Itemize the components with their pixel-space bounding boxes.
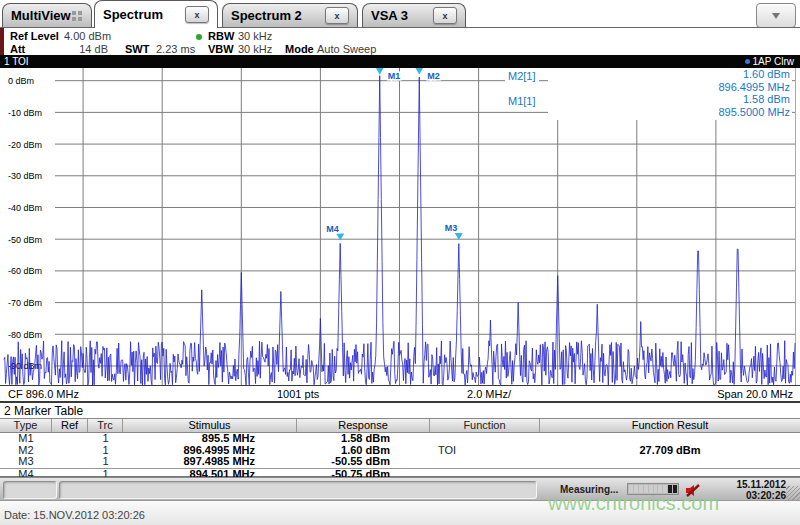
tab-spectrum[interactable]: Spectrum x [94, 0, 218, 28]
marker-table-title: 2 Marker Table [0, 403, 800, 418]
ref-level-label: Ref Level [10, 30, 59, 42]
y-axis-label: -70 dBm [8, 298, 42, 308]
marker-handle-m2[interactable] [415, 68, 423, 75]
m3-response: -50.55 dBm [297, 456, 430, 468]
y-axis-label: -50 dBm [8, 235, 42, 245]
m2-response: 1.60 dBm [297, 445, 430, 457]
tab-spectrum-close-icon[interactable]: x [185, 6, 209, 23]
m3-ref [52, 456, 88, 468]
att-label: Att [10, 43, 25, 55]
watermark-text: www.cntronics.com [548, 492, 719, 515]
marker-handle-m1[interactable] [376, 68, 384, 75]
tab-vsa-3[interactable]: VSA 3 x [362, 3, 466, 27]
marker-readout-m1-name: M1[1] [505, 95, 539, 107]
m2-function: TOI [430, 445, 540, 457]
marker-readout-m1-value: 1.58 dBm [743, 93, 790, 105]
y-axis-label: 0 dBm [8, 76, 34, 86]
m3-function-result [540, 456, 800, 468]
marker-label-m2: M2 [427, 71, 440, 81]
sweep-points: 1001 pts [277, 388, 319, 400]
m2-function-result: 27.709 dBm [540, 445, 800, 457]
col-trc: Trc [88, 419, 123, 432]
rbw-status-icon [196, 34, 202, 40]
marker-table-row-m3: M3 1 897.4985 MHz -50.55 dBm [0, 456, 800, 468]
header-accent-bar [0, 28, 4, 55]
frequency-per-division: 2.0 MHz/ [467, 388, 511, 400]
marker-readout-m1-freq: 895.5000 MHz [718, 106, 790, 118]
col-stimulus: Stimulus [123, 419, 297, 432]
tab-vsa-3-close-icon[interactable]: x [433, 7, 457, 24]
marker-label-m1: M1 [388, 71, 401, 81]
swt-label: SWT [125, 43, 149, 55]
y-axis-label: -80 dBm [8, 330, 42, 340]
status-field-small [3, 481, 57, 499]
marker-readout-m2-name: M2[1] [505, 70, 539, 82]
measurement-title: 1 TOI [4, 56, 29, 67]
spectrum-plot: 0 dBm-10 dBm-20 dBm-30 dBm-40 dBm-50 dBm… [0, 68, 800, 385]
marker-readout-m2-freq: 896.4995 MHz [718, 81, 790, 93]
marker-readout-m2-value: 1.60 dBm [743, 68, 790, 80]
m3-function [430, 456, 540, 468]
tab-bar: MultiView Spectrum x Spectrum 2 x VSA 3 … [0, 0, 800, 28]
mode-label: Mode [285, 43, 314, 55]
col-function-result: Function Result [540, 419, 800, 432]
y-axis-label: -10 dBm [8, 108, 42, 118]
trace-mode-indicator: 1AP Clrw [745, 56, 795, 67]
tab-spectrum-2-close-icon[interactable]: x [325, 7, 349, 24]
rbw-label: RBW [208, 30, 234, 42]
att-value: 14 dB [60, 43, 108, 55]
y-axis-label: -20 dBm [8, 140, 42, 150]
marker-table-section: 2 Marker Table Type Ref Trc Stimulus Res… [0, 401, 800, 477]
tab-spectrum-label: Spectrum [103, 7, 163, 22]
tab-multiview-label: MultiView [11, 8, 71, 23]
span: Span 20.0 MHz [717, 388, 793, 400]
col-function: Function [430, 419, 540, 432]
m1-ref [52, 433, 88, 445]
status-date: 15.11.2012 [737, 479, 787, 490]
settings-header: Ref Level 4.00 dBm Att 14 dB SWT 2.23 ms… [0, 28, 800, 55]
tab-vsa-3-label: VSA 3 [371, 8, 408, 23]
spectrum-analyzer-screen: MultiView Spectrum x Spectrum 2 x VSA 3 … [0, 0, 800, 525]
tab-overflow-button[interactable] [756, 3, 796, 28]
chevron-down-icon [772, 13, 780, 19]
ref-level-value: 4.00 dBm [64, 30, 111, 42]
m2-type: M2 [0, 445, 52, 457]
col-response: Response [297, 419, 430, 432]
m3-stimulus: 897.4985 MHz [123, 456, 297, 468]
multiview-grid-icon [72, 10, 83, 21]
m3-type: M3 [0, 456, 52, 468]
tab-multiview[interactable]: MultiView [2, 3, 92, 27]
center-frequency: CF 896.0 MHz [8, 388, 79, 400]
trace-dot-icon [745, 59, 750, 64]
date-time-display: 15.11.2012 03:20:26 [737, 479, 787, 501]
mode-value: Auto Sweep [317, 43, 376, 55]
marker-label-m3: M3 [445, 223, 458, 233]
measurement-title-bar: 1 TOI 1AP Clrw [0, 55, 800, 68]
footer-date-line: Date: 15.NOV.2012 03:20:26 [4, 509, 145, 521]
m3-trc: 1 [88, 456, 123, 468]
rbw-value: 30 kHz [238, 30, 272, 42]
m2-stimulus: 896.4995 MHz [123, 445, 297, 457]
m2-trc: 1 [88, 445, 123, 457]
marker-label-m4: M4 [326, 224, 339, 234]
y-axis-label: -40 dBm [8, 203, 42, 213]
col-ref: Ref [52, 419, 88, 432]
marker-table-row-m1: M1 1 895.5 MHz 1.58 dBm [0, 433, 800, 445]
tab-spectrum-2[interactable]: Spectrum 2 x [222, 3, 358, 27]
frequency-axis-bar: CF 896.0 MHz 1001 pts 2.0 MHz/ Span 20.0… [0, 385, 800, 401]
vbw-label: VBW [208, 43, 234, 55]
vbw-value: 30 kHz [238, 43, 272, 55]
m1-function [430, 433, 540, 445]
y-axis-label: -60 dBm [8, 266, 42, 276]
m1-trc: 1 [88, 433, 123, 445]
m1-type: M1 [0, 433, 52, 445]
trace-mode-label: 1AP Clrw [753, 56, 795, 67]
swt-value: 2.23 ms [156, 43, 195, 55]
col-type: Type [0, 419, 52, 432]
status-time: 03:20:26 [737, 490, 787, 501]
marker-table-row-m2: M2 1 896.4995 MHz 1.60 dBm TOI 27.709 dB… [0, 445, 800, 457]
m1-stimulus: 895.5 MHz [123, 433, 297, 445]
resize-grip[interactable] [786, 486, 800, 500]
marker-table-header: Type Ref Trc Stimulus Response Function … [0, 418, 800, 433]
tab-spectrum-2-label: Spectrum 2 [231, 8, 302, 23]
